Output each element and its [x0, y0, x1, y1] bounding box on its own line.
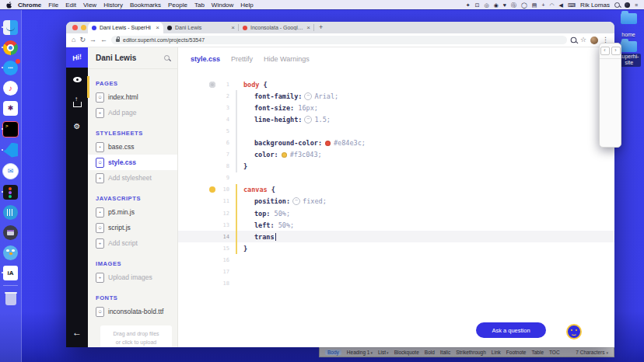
search-icon[interactable]	[164, 55, 170, 61]
smiley-help-button[interactable]	[566, 324, 582, 339]
tab-close-icon[interactable]: ×	[231, 25, 235, 31]
filled-circle-icon[interactable]: ◉	[494, 2, 499, 8]
code-line-6[interactable]: 6background-color:#e84e3c;	[178, 137, 614, 148]
code-line-12[interactable]: 12top: 50%;	[178, 207, 614, 219]
format-list[interactable]: List ▾	[378, 350, 389, 355]
format-toc[interactable]: TOC	[549, 350, 560, 355]
dock-app-airmail[interactable]	[0, 163, 21, 179]
format-table[interactable]: Table	[531, 350, 544, 355]
tab-close-icon[interactable]: ×	[306, 25, 310, 31]
sidebar-item[interactable]: ☺style.css	[88, 155, 177, 170]
menu-item-tab[interactable]: Tab	[194, 2, 205, 9]
ask-question-button[interactable]: Ask a question	[476, 322, 546, 338]
code-line-17[interactable]: 17	[178, 266, 614, 278]
address-bar[interactable]: editor.superhi.com/projects/53547	[111, 36, 567, 44]
dot-circle-icon[interactable]: ◎	[485, 2, 489, 8]
code-line-18[interactable]: 18	[178, 278, 614, 290]
sidebar-item[interactable]: ☺index.html	[88, 89, 177, 105]
menu-item-chrome[interactable]: Chrome	[18, 2, 41, 9]
dock-app-terminal[interactable]	[0, 121, 21, 137]
code-line-8[interactable]: 8}	[178, 161, 614, 172]
new-tab-button[interactable]: +	[319, 24, 323, 31]
apple-menu-icon[interactable]	[6, 2, 12, 9]
notification-center-icon[interactable]: ≡	[635, 2, 638, 8]
back-arrow-icon[interactable]: ←	[72, 327, 82, 338]
close-window-button[interactable]	[72, 25, 78, 30]
bookmark-star-icon[interactable]: ☆	[580, 37, 586, 44]
desktop-folder-home[interactable]: home	[617, 11, 640, 40]
sidebar-item[interactable]: +Upload images	[88, 270, 177, 285]
sidebar-item[interactable]: ☺inconsolata-bold.ttf	[88, 304, 177, 319]
dock-app-music[interactable]	[0, 81, 21, 96]
circled-g-icon[interactable]: Ⓖ	[511, 2, 516, 8]
code-line-1[interactable]: 1body {	[178, 78, 614, 90]
settings-gear-icon[interactable]: ⚙	[66, 114, 88, 137]
code-line-15[interactable]: 15}	[178, 242, 614, 254]
keyboard-icon[interactable]: ⌨	[568, 2, 576, 8]
sidebar-item[interactable]: +Add page	[88, 105, 177, 120]
menu-item-view[interactable]: View	[83, 2, 96, 9]
prev-button[interactable]: ‹	[600, 47, 610, 55]
stepper-minus-icon[interactable]: −	[304, 92, 312, 100]
zoom-extension-icon[interactable]	[571, 37, 577, 44]
code-line-16[interactable]: 16	[178, 254, 614, 266]
preview-eye-icon[interactable]	[66, 68, 88, 91]
dock-app-bird[interactable]	[0, 245, 21, 260]
siri-icon[interactable]	[625, 2, 630, 8]
color-swatch[interactable]	[325, 141, 331, 146]
code-line-9[interactable]: 9	[178, 172, 614, 184]
menu-item-window[interactable]: Window	[212, 2, 233, 9]
display-icon[interactable]: ▤	[532, 2, 537, 8]
menu-item-bookmarks[interactable]: Bookmarks	[130, 2, 161, 9]
dock-app-figma[interactable]	[0, 185, 21, 200]
dock-app-vscode[interactable]	[0, 143, 21, 158]
format-blockquote[interactable]: Blockquote	[394, 350, 419, 355]
code-line-5[interactable]: 5	[178, 125, 614, 137]
color-swatch[interactable]	[282, 152, 287, 158]
home-icon[interactable]: ⌂	[72, 37, 75, 44]
wifi-icon[interactable]: ◠	[550, 2, 555, 8]
code-area[interactable]: 1body {2font-family:−Arial;3font-size: 1…	[178, 78, 614, 290]
dock-app-equalizer[interactable]	[0, 205, 21, 220]
minimize-window-button[interactable]	[81, 25, 86, 30]
code-line-2[interactable]: 2font-family:−Arial;	[178, 90, 614, 102]
volume-icon[interactable]: ◀	[559, 2, 563, 8]
browser-tab-3[interactable]: Inconsolata - Google Fonts×	[239, 22, 314, 33]
dock-app-messages[interactable]	[0, 61, 21, 75]
menu-item-history[interactable]: History	[103, 2, 123, 9]
sidebar-item[interactable]: +Add script	[88, 235, 177, 251]
dock-app-slack[interactable]	[0, 101, 21, 116]
character-count[interactable]: 7 Characters ▾	[576, 350, 608, 355]
menu-item-edit[interactable]: Edit	[65, 2, 76, 9]
sidebar-item[interactable]: +Add stylesheet	[88, 170, 177, 186]
format-strikethrough[interactable]: Strikethrough	[456, 350, 486, 355]
browser-tab-2[interactable]: Dani Lewis×	[163, 22, 239, 33]
plus-icon[interactable]: +	[541, 2, 544, 8]
code-line-3[interactable]: 3font-size: 16px;	[178, 102, 614, 113]
menu-item-people[interactable]: People	[168, 2, 187, 9]
format-bold[interactable]: Bold	[425, 350, 435, 355]
format-italic[interactable]: Italic	[440, 350, 450, 355]
sidebar-item[interactable]: •base.css	[88, 139, 177, 155]
dock-app-ia-writer[interactable]: iA	[0, 266, 21, 280]
menu-item-help[interactable]: Help	[240, 2, 253, 9]
back-icon[interactable]: ←	[100, 37, 107, 44]
next-button[interactable]: ›	[611, 47, 621, 55]
dock-app-chrome[interactable]	[0, 40, 21, 55]
menu-item-file[interactable]: File	[48, 2, 58, 9]
code-line-10[interactable]: 10canvas {	[178, 184, 614, 196]
stepper-minus-icon[interactable]: −	[292, 197, 300, 205]
sidebar-item[interactable]: •p5.min.js	[88, 204, 177, 220]
code-line-7[interactable]: 7color:#f3c043;	[178, 149, 614, 161]
profile-avatar[interactable]	[590, 37, 598, 44]
forward-icon[interactable]: →	[89, 37, 96, 44]
code-line-11[interactable]: 11position:−fixed;	[178, 196, 614, 207]
circle-icon[interactable]: ◯	[521, 2, 527, 8]
stepper-minus-icon[interactable]: −	[304, 116, 312, 124]
code-line-13[interactable]: 13left: 50%;	[178, 219, 614, 231]
browser-tab-1[interactable]: Dani Lewis - SuperHi×	[88, 22, 163, 33]
tab-close-icon[interactable]: ×	[156, 25, 159, 31]
sparkle-icon[interactable]: ✦	[466, 2, 471, 8]
sidebar-item[interactable]: ☺script.js	[88, 220, 177, 235]
superhi-logo[interactable]: Hi!	[66, 47, 88, 68]
